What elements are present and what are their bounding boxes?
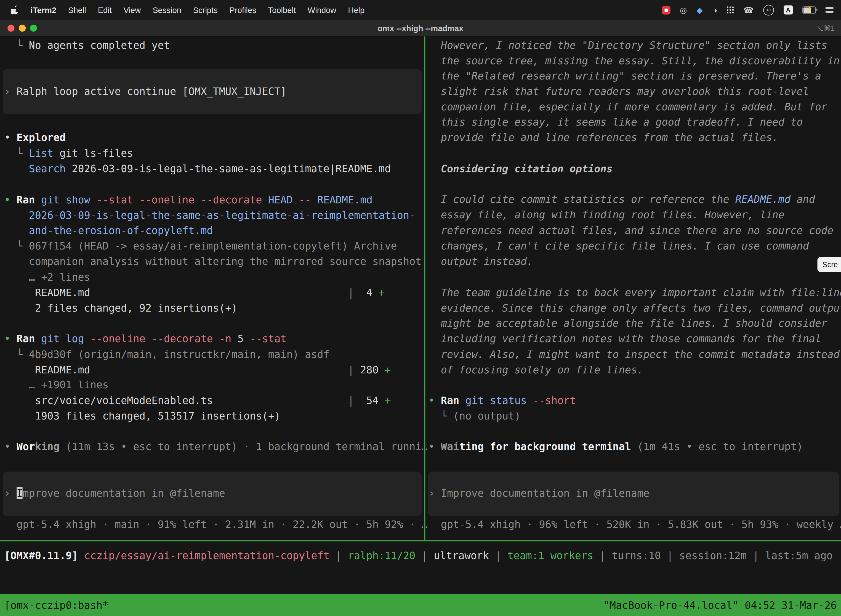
tmux-vertical-divider[interactable] — [424, 37, 425, 540]
text-segment: team:1 workers — [507, 550, 593, 561]
text-segment: | — [330, 550, 348, 561]
text-segment: | — [415, 550, 434, 561]
omx-status-line: [OMX#0.11.9] cczip/essay/ai-reimplementa… — [4, 548, 833, 563]
text-segment: | turns:10 | session:12m | last:5m ago — [593, 550, 832, 561]
text-segment: cczip/essay/ai-reimplementation-copyleft — [84, 550, 330, 561]
tmux-host-clock-label: "MacBook-Pro-44.local" 04:52 31-Mar-26 — [604, 599, 837, 611]
tmux-status-bar: [omx-cczip0:bash* "MacBook-Pro-44.local"… — [0, 594, 841, 616]
text-segment: | — [489, 550, 507, 561]
bottom-status-pane: [OMX#0.11.9] cczip/essay/ai-reimplementa… — [0, 0, 841, 616]
text-segment — [78, 550, 84, 561]
text-segment: ralph:11/20 — [348, 550, 416, 561]
screen-share-tooltip[interactable]: Scre — [818, 257, 841, 272]
text-segment: ultrawork — [434, 550, 489, 561]
tmux-horizontal-divider[interactable] — [0, 540, 841, 541]
text-segment: [OMX#0.11.9] — [4, 550, 78, 561]
screen: iTerm2ShellEditViewSessionScriptsProfile… — [0, 0, 841, 616]
tmux-session-label: [omx-cczip0:bash* — [4, 599, 109, 611]
